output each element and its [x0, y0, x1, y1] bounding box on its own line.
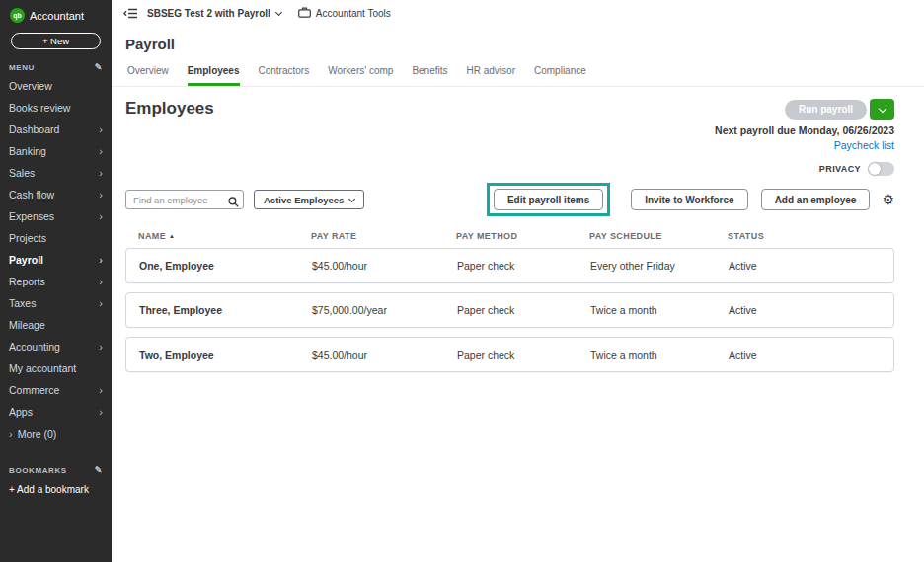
sidebar-item-sales[interactable]: Sales›	[0, 162, 112, 184]
chevron-right-icon: ›	[99, 211, 103, 222]
tab-employees[interactable]: Employees	[188, 65, 240, 86]
tab-benefits[interactable]: Benefits	[412, 65, 447, 86]
pay-schedule-cell: Twice a month	[590, 349, 729, 361]
search-icon[interactable]	[228, 194, 239, 211]
pay-method-cell: Paper check	[457, 304, 590, 316]
sidebar-item-label: More (0)	[18, 428, 57, 440]
sidebar-item-expenses[interactable]: Expenses›	[0, 205, 112, 227]
sidebar-item-label: Apps	[9, 406, 33, 418]
sidebar-item-commerce[interactable]: Commerce›	[0, 379, 112, 401]
sidebar-item-overview[interactable]: Overview	[0, 75, 112, 97]
sidebar-item-label: Books review	[9, 102, 70, 114]
run-payroll-button-disabled: Run payroll	[785, 100, 867, 120]
app-logo[interactable]: qb Accountant	[0, 0, 112, 27]
pay-schedule-cell: Every other Friday	[590, 260, 729, 272]
status-cell: Active	[729, 304, 893, 316]
employee-name[interactable]: Three, Employee	[139, 304, 312, 316]
app-logo-label: Accountant	[30, 10, 84, 22]
chevron-down-icon	[878, 104, 886, 112]
status-cell: Active	[729, 349, 893, 361]
tab-contractors[interactable]: Contractors	[259, 65, 310, 86]
employee-search	[125, 190, 244, 210]
sidebar-item-label: Mileage	[9, 319, 45, 331]
new-button[interactable]: + New	[11, 33, 101, 49]
sidebar-item-cash-flow[interactable]: Cash flow›	[0, 184, 112, 205]
sidebar-item-label: Projects	[9, 232, 46, 244]
sidebar-item-books-review[interactable]: Books review	[0, 97, 112, 119]
sidebar-item-label: Banking	[9, 145, 46, 157]
quickbooks-accountant-app: qb Accountant + New MENU ✎ Overview Book…	[0, 0, 924, 562]
sidebar: qb Accountant + New MENU ✎ Overview Book…	[0, 0, 112, 562]
search-input[interactable]	[125, 190, 244, 209]
tab-compliance[interactable]: Compliance	[534, 65, 586, 86]
privacy-label: PRIVACY	[819, 164, 861, 174]
paycheck-list-link[interactable]: Paycheck list	[125, 139, 894, 151]
sidebar-item-label: Reports	[9, 276, 45, 287]
sidebar-item-label: Overview	[9, 80, 52, 92]
edit-bookmarks-pencil-icon[interactable]: ✎	[95, 465, 103, 475]
pay-method-cell: Paper check	[457, 349, 590, 361]
chevron-right-icon: ›	[99, 255, 103, 266]
sidebar-item-projects[interactable]: Projects	[0, 227, 112, 249]
privacy-toggle[interactable]	[868, 162, 894, 176]
chevron-right-icon: ›	[9, 429, 13, 440]
collapse-sidebar-icon[interactable]	[123, 8, 138, 19]
employee-table-header: NAME▲ PAY RATE PAY METHOD PAY SCHEDULE S…	[125, 216, 894, 248]
table-row[interactable]: Three, Employee $75,000.00/year Paper ch…	[125, 292, 894, 328]
sidebar-item-payroll[interactable]: Payroll›	[0, 249, 112, 271]
sidebar-item-accounting[interactable]: Accounting›	[0, 336, 112, 358]
employees-content: Employees Run payroll Next payroll due M…	[112, 99, 924, 372]
sidebar-item-banking[interactable]: Banking›	[0, 140, 112, 162]
next-payroll-due-text: Next payroll due Monday, 06/26/2023	[125, 124, 894, 136]
column-header-status[interactable]: STATUS	[728, 231, 894, 241]
company-switcher[interactable]: SBSEG Test 2 with Payroll	[147, 8, 281, 19]
chevron-right-icon: ›	[99, 342, 103, 353]
column-header-pay-method[interactable]: PAY METHOD	[456, 231, 589, 241]
sidebar-item-label: Accounting	[9, 341, 60, 353]
column-header-pay-rate[interactable]: PAY RATE	[311, 231, 456, 241]
tab-overview[interactable]: Overview	[127, 65, 169, 86]
run-payroll-dropdown-button[interactable]	[870, 99, 894, 120]
topbar: SBSEG Test 2 with Payroll Accountant Too…	[112, 0, 924, 27]
sidebar-item-taxes[interactable]: Taxes›	[0, 292, 112, 314]
annotation-highlight-box: Edit payroll items	[487, 183, 610, 216]
gear-icon[interactable]: ⚙	[882, 193, 894, 206]
sidebar-item-apps[interactable]: Apps›	[0, 401, 112, 423]
column-header-pay-schedule[interactable]: PAY SCHEDULE	[589, 231, 728, 241]
sidebar-item-mileage[interactable]: Mileage	[0, 314, 112, 336]
pay-rate-cell: $75,000.00/year	[312, 304, 457, 316]
chevron-right-icon: ›	[99, 385, 103, 396]
column-header-name[interactable]: NAME▲	[138, 231, 311, 241]
add-an-employee-button[interactable]: Add an employee	[761, 189, 871, 210]
tab-hr-advisor[interactable]: HR advisor	[467, 65, 515, 86]
sidebar-item-dashboard[interactable]: Dashboard›	[0, 119, 112, 140]
employee-name[interactable]: Two, Employee	[139, 349, 312, 361]
bookmarks-label: BOOKMARKS	[9, 466, 67, 475]
sort-ascending-icon: ▲	[169, 233, 175, 239]
tab-workers-comp[interactable]: Workers' comp	[328, 65, 393, 86]
table-row[interactable]: Two, Employee $45.00/hour Paper check Tw…	[125, 337, 894, 372]
filter-selected-value: Active Employees	[264, 195, 344, 205]
accountant-tools-button[interactable]: Accountant Tools	[298, 7, 391, 20]
employee-name[interactable]: One, Employee	[139, 260, 312, 272]
sidebar-item-more[interactable]: ›More (0)	[0, 423, 112, 444]
invite-to-workforce-button[interactable]: Invite to Workforce	[631, 189, 747, 210]
pay-schedule-cell: Twice a month	[590, 304, 729, 316]
table-row[interactable]: One, Employee $45.00/hour Paper check Ev…	[125, 248, 894, 283]
edit-menu-pencil-icon[interactable]: ✎	[95, 62, 103, 72]
chevron-down-icon	[348, 195, 355, 201]
sidebar-item-reports[interactable]: Reports›	[0, 271, 112, 292]
accountant-tools-label: Accountant Tools	[316, 8, 391, 19]
chevron-right-icon: ›	[99, 168, 103, 179]
sidebar-item-my-accountant[interactable]: My accountant	[0, 358, 112, 379]
pay-method-cell: Paper check	[457, 260, 590, 272]
chevron-right-icon: ›	[99, 277, 103, 287]
qb-logo-icon: qb	[10, 8, 25, 23]
run-payroll-split-button: Run payroll	[785, 99, 894, 120]
chevron-down-icon	[275, 9, 282, 16]
employee-filter-dropdown[interactable]: Active Employees	[254, 190, 364, 209]
sidebar-item-label: Cash flow	[9, 189, 54, 201]
edit-payroll-items-button[interactable]: Edit payroll items	[494, 189, 603, 210]
add-bookmark-button[interactable]: + Add a bookmark	[0, 478, 112, 501]
chevron-right-icon: ›	[99, 298, 103, 309]
